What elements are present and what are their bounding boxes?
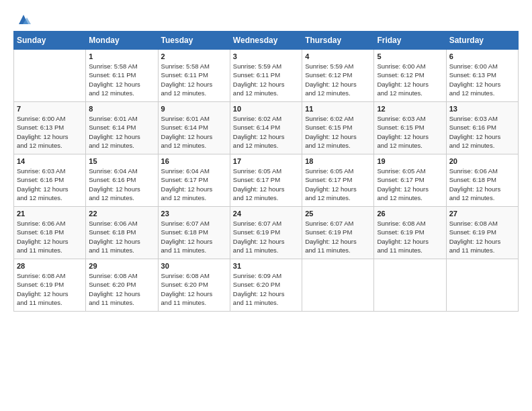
day-info: Sunrise: 6:01 AM Sunset: 6:14 PM Dayligh… (161, 114, 227, 150)
calendar-cell: 20Sunrise: 6:06 AM Sunset: 6:18 PM Dayli… (446, 154, 518, 207)
calendar-week-row: 7Sunrise: 6:00 AM Sunset: 6:13 PM Daylig… (14, 102, 519, 154)
day-info: Sunrise: 6:00 AM Sunset: 6:13 PM Dayligh… (17, 114, 83, 150)
day-number: 25 (305, 210, 371, 218)
day-number: 27 (449, 210, 515, 218)
day-info: Sunrise: 6:03 AM Sunset: 6:16 PM Dayligh… (17, 167, 83, 202)
calendar-cell: 4Sunrise: 5:59 AM Sunset: 6:12 PM Daylig… (302, 50, 374, 102)
calendar-cell (446, 259, 518, 312)
calendar-week-row: 1Sunrise: 5:58 AM Sunset: 6:11 PM Daylig… (14, 50, 519, 102)
calendar-week-row: 21Sunrise: 6:06 AM Sunset: 6:18 PM Dayli… (14, 207, 519, 259)
calendar-header-row: SundayMondayTuesdayWednesdayThursdayFrid… (14, 32, 519, 50)
calendar-cell: 31Sunrise: 6:09 AM Sunset: 6:20 PM Dayli… (230, 259, 302, 312)
calendar-cell: 2Sunrise: 5:58 AM Sunset: 6:11 PM Daylig… (158, 50, 230, 102)
calendar-day-header: Friday (374, 32, 446, 50)
calendar-cell: 29Sunrise: 6:08 AM Sunset: 6:20 PM Dayli… (86, 259, 158, 312)
day-info: Sunrise: 6:05 AM Sunset: 6:17 PM Dayligh… (377, 167, 443, 202)
calendar-cell: 21Sunrise: 6:06 AM Sunset: 6:18 PM Dayli… (14, 207, 86, 259)
day-info: Sunrise: 6:02 AM Sunset: 6:15 PM Dayligh… (305, 114, 371, 150)
calendar-cell: 14Sunrise: 6:03 AM Sunset: 6:16 PM Dayli… (14, 154, 86, 207)
day-info: Sunrise: 6:08 AM Sunset: 6:20 PM Dayligh… (161, 271, 227, 307)
day-info: Sunrise: 5:59 AM Sunset: 6:11 PM Dayligh… (233, 62, 299, 97)
day-number: 15 (89, 157, 154, 165)
calendar-table: SundayMondayTuesdayWednesdayThursdayFrid… (13, 31, 519, 312)
calendar-week-row: 28Sunrise: 6:08 AM Sunset: 6:19 PM Dayli… (14, 259, 519, 312)
day-info: Sunrise: 5:58 AM Sunset: 6:11 PM Dayligh… (161, 62, 227, 97)
day-number: 7 (17, 105, 83, 113)
calendar-cell: 8Sunrise: 6:01 AM Sunset: 6:14 PM Daylig… (86, 102, 158, 154)
calendar-cell (302, 259, 374, 312)
logo-icon (16, 12, 31, 27)
day-number: 17 (233, 157, 299, 165)
day-info: Sunrise: 5:58 AM Sunset: 6:11 PM Dayligh… (89, 62, 154, 97)
calendar-cell: 13Sunrise: 6:03 AM Sunset: 6:16 PM Dayli… (446, 102, 518, 154)
calendar-cell: 19Sunrise: 6:05 AM Sunset: 6:17 PM Dayli… (374, 154, 446, 207)
calendar-day-header: Saturday (446, 32, 518, 50)
day-info: Sunrise: 6:08 AM Sunset: 6:19 PM Dayligh… (449, 219, 515, 255)
calendar-cell: 27Sunrise: 6:08 AM Sunset: 6:19 PM Dayli… (446, 207, 518, 259)
calendar-day-header: Thursday (302, 32, 374, 50)
calendar-cell: 9Sunrise: 6:01 AM Sunset: 6:14 PM Daylig… (158, 102, 230, 154)
calendar-cell: 30Sunrise: 6:08 AM Sunset: 6:20 PM Dayli… (158, 259, 230, 312)
day-info: Sunrise: 6:07 AM Sunset: 6:19 PM Dayligh… (305, 219, 371, 255)
day-number: 9 (161, 105, 227, 113)
calendar-cell: 18Sunrise: 6:05 AM Sunset: 6:17 PM Dayli… (302, 154, 374, 207)
day-number: 19 (377, 157, 443, 165)
calendar-cell: 11Sunrise: 6:02 AM Sunset: 6:15 PM Dayli… (302, 102, 374, 154)
day-info: Sunrise: 6:05 AM Sunset: 6:17 PM Dayligh… (305, 167, 371, 202)
day-number: 6 (449, 52, 515, 60)
day-info: Sunrise: 6:06 AM Sunset: 6:18 PM Dayligh… (449, 167, 515, 202)
day-number: 2 (161, 52, 227, 60)
day-info: Sunrise: 6:06 AM Sunset: 6:18 PM Dayligh… (17, 219, 83, 255)
calendar-cell: 25Sunrise: 6:07 AM Sunset: 6:19 PM Dayli… (302, 207, 374, 259)
calendar-cell: 7Sunrise: 6:00 AM Sunset: 6:13 PM Daylig… (14, 102, 86, 154)
day-number: 24 (233, 210, 299, 218)
calendar-cell: 10Sunrise: 6:02 AM Sunset: 6:14 PM Dayli… (230, 102, 302, 154)
day-info: Sunrise: 6:05 AM Sunset: 6:17 PM Dayligh… (233, 167, 299, 202)
day-number: 30 (161, 262, 227, 270)
calendar-day-header: Wednesday (230, 32, 302, 50)
day-number: 22 (89, 210, 154, 218)
day-number: 12 (377, 105, 443, 113)
day-number: 28 (17, 262, 83, 270)
day-number: 10 (233, 105, 299, 113)
day-info: Sunrise: 6:07 AM Sunset: 6:19 PM Dayligh… (233, 219, 299, 255)
day-info: Sunrise: 6:01 AM Sunset: 6:14 PM Dayligh… (89, 114, 154, 150)
calendar-cell: 1Sunrise: 5:58 AM Sunset: 6:11 PM Daylig… (86, 50, 158, 102)
day-info: Sunrise: 6:08 AM Sunset: 6:20 PM Dayligh… (89, 271, 154, 307)
calendar-cell: 5Sunrise: 6:00 AM Sunset: 6:12 PM Daylig… (374, 50, 446, 102)
day-number: 13 (449, 105, 515, 113)
day-info: Sunrise: 6:08 AM Sunset: 6:19 PM Dayligh… (377, 219, 443, 255)
day-info: Sunrise: 5:59 AM Sunset: 6:12 PM Dayligh… (305, 62, 371, 97)
day-info: Sunrise: 6:04 AM Sunset: 6:17 PM Dayligh… (161, 167, 227, 202)
day-info: Sunrise: 6:02 AM Sunset: 6:14 PM Dayligh… (233, 114, 299, 150)
day-number: 3 (233, 52, 299, 60)
day-info: Sunrise: 6:07 AM Sunset: 6:18 PM Dayligh… (161, 219, 227, 255)
day-info: Sunrise: 6:00 AM Sunset: 6:13 PM Dayligh… (449, 62, 515, 97)
day-info: Sunrise: 6:06 AM Sunset: 6:18 PM Dayligh… (89, 219, 154, 255)
calendar-cell: 28Sunrise: 6:08 AM Sunset: 6:19 PM Dayli… (14, 259, 86, 312)
day-number: 5 (377, 52, 443, 60)
calendar-cell: 6Sunrise: 6:00 AM Sunset: 6:13 PM Daylig… (446, 50, 518, 102)
header (13, 12, 519, 24)
calendar-day-header: Tuesday (158, 32, 230, 50)
day-number: 11 (305, 105, 371, 113)
day-number: 14 (17, 157, 83, 165)
calendar-cell: 22Sunrise: 6:06 AM Sunset: 6:18 PM Dayli… (86, 207, 158, 259)
day-number: 16 (161, 157, 227, 165)
calendar-cell: 12Sunrise: 6:03 AM Sunset: 6:15 PM Dayli… (374, 102, 446, 154)
day-number: 1 (89, 52, 154, 60)
logo (13, 12, 31, 24)
calendar-day-header: Sunday (14, 32, 86, 50)
day-number: 18 (305, 157, 371, 165)
calendar-cell (374, 259, 446, 312)
day-number: 4 (305, 52, 371, 60)
day-number: 31 (233, 262, 299, 270)
calendar-cell: 24Sunrise: 6:07 AM Sunset: 6:19 PM Dayli… (230, 207, 302, 259)
calendar-cell: 23Sunrise: 6:07 AM Sunset: 6:18 PM Dayli… (158, 207, 230, 259)
day-info: Sunrise: 6:09 AM Sunset: 6:20 PM Dayligh… (233, 271, 299, 307)
calendar-cell: 16Sunrise: 6:04 AM Sunset: 6:17 PM Dayli… (158, 154, 230, 207)
calendar-cell: 17Sunrise: 6:05 AM Sunset: 6:17 PM Dayli… (230, 154, 302, 207)
day-info: Sunrise: 6:03 AM Sunset: 6:16 PM Dayligh… (449, 114, 515, 150)
day-number: 29 (89, 262, 154, 270)
day-number: 20 (449, 157, 515, 165)
